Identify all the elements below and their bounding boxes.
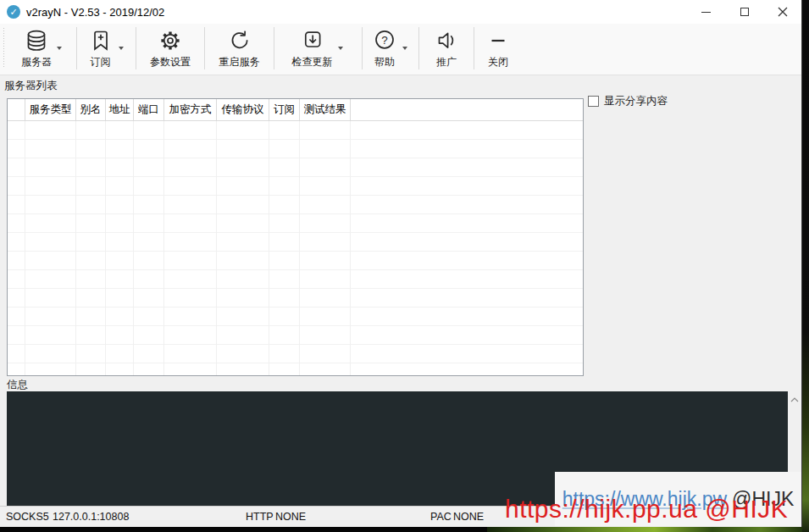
- help-icon: ?: [372, 28, 397, 53]
- column-header-transport[interactable]: 传输协议: [217, 99, 269, 120]
- scroll-up-icon: [790, 397, 799, 402]
- toolbar-promotion-label: 推广: [436, 55, 457, 69]
- server-table[interactable]: 服务类型 别名 地址 端口 加密方式 传输协议 订阅 测试结果: [7, 98, 584, 376]
- column-header-address[interactable]: 地址: [106, 99, 134, 120]
- row-selector-header[interactable]: [8, 99, 25, 120]
- subscription-icon: [88, 28, 114, 53]
- show-share-content-label: 显示分享内容: [604, 94, 668, 108]
- toolbar-restart-label: 重启服务: [219, 55, 260, 69]
- chevron-down-icon[interactable]: [57, 47, 62, 50]
- grid-line: [105, 121, 106, 375]
- close-window-button[interactable]: [763, 0, 801, 24]
- toolbar-servers-label: 服务器: [21, 55, 52, 69]
- restart-icon: [227, 28, 252, 53]
- toolbar-checkupdate-label: 检查更新: [292, 55, 333, 69]
- info-title: 信息: [7, 378, 28, 392]
- server-table-header: 服务类型 别名 地址 端口 加密方式 传输协议 订阅 测试结果: [8, 99, 583, 121]
- minimize-icon: [701, 12, 711, 13]
- promotion-icon: [434, 28, 459, 53]
- grid-line: [163, 121, 164, 375]
- http-value: NONE: [275, 511, 306, 523]
- column-header-encryption[interactable]: 加密方式: [164, 99, 217, 120]
- toolbar-checkupdate-button[interactable]: 检查更新: [274, 24, 362, 75]
- window-title: v2rayN - V2.53 - 2019/12/02: [26, 6, 164, 19]
- grid-line: [25, 121, 25, 375]
- servers-icon: [24, 28, 49, 53]
- column-header-type[interactable]: 服务类型: [25, 99, 76, 120]
- watermark-text: https://hijk.pp.ua @HIJK: [505, 495, 788, 524]
- toolbar-settings-label: 参数设置: [150, 55, 191, 69]
- maximize-icon: [740, 8, 749, 16]
- column-header-testresult[interactable]: 测试结果: [300, 99, 351, 120]
- column-header-subscription[interactable]: 订阅: [269, 99, 300, 120]
- http-label: HTTP: [246, 511, 274, 523]
- toolbar-close-label: 关闭: [488, 55, 508, 69]
- toolbar-settings-button[interactable]: 参数设置: [136, 24, 204, 75]
- grid-line: [299, 121, 300, 375]
- toolbar-subscription-button[interactable]: 订阅: [77, 24, 136, 75]
- chevron-down-icon[interactable]: [119, 47, 124, 50]
- app-logo-icon: ✓: [7, 5, 20, 19]
- socks-value: 127.0.0.1:10808: [53, 511, 129, 523]
- grid-line: [269, 121, 269, 375]
- grid-line: [75, 121, 76, 375]
- chevron-down-icon[interactable]: [338, 47, 343, 50]
- socks-label: SOCKS5: [6, 511, 49, 523]
- grid-line: [216, 121, 217, 375]
- toolbar-close-button[interactable]: 关闭: [474, 24, 522, 75]
- checkbox-icon: [588, 96, 599, 107]
- toolbar-subscription-label: 订阅: [91, 55, 111, 69]
- server-table-body[interactable]: [8, 121, 583, 375]
- toolbar-servers-button[interactable]: 服务器: [8, 24, 76, 75]
- minimize-button[interactable]: [687, 0, 725, 24]
- show-share-content-checkbox[interactable]: 显示分享内容: [588, 94, 668, 108]
- toolbar-gripper[interactable]: [3, 28, 6, 69]
- settings-icon: [158, 28, 183, 53]
- title-bar: ✓ v2rayN - V2.53 - 2019/12/02: [0, 0, 801, 24]
- pac-value: NONE: [453, 511, 484, 523]
- v2rayn-window: ✓ v2rayN - V2.53 - 2019/12/02: [0, 0, 802, 527]
- svg-text:?: ?: [381, 33, 388, 46]
- column-header-alias[interactable]: 别名: [76, 99, 106, 120]
- maximize-button[interactable]: [725, 0, 763, 24]
- grid-line: [350, 121, 351, 375]
- desktop-wallpaper-edge: [802, 0, 809, 532]
- close-icon: [778, 7, 788, 17]
- column-header-port[interactable]: 端口: [134, 99, 164, 120]
- toolbar-help-button[interactable]: ? 帮助: [363, 24, 418, 75]
- server-list-title: 服务器列表: [4, 79, 58, 93]
- chevron-down-icon[interactable]: [402, 47, 407, 50]
- update-icon: [300, 28, 325, 53]
- grid-line: [133, 121, 134, 375]
- close-dash-icon: [485, 28, 511, 53]
- toolbar-promotion-button[interactable]: 推广: [419, 24, 474, 75]
- toolbar-restart-button[interactable]: 重启服务: [205, 24, 274, 75]
- toolbar-help-label: 帮助: [374, 55, 395, 69]
- main-toolbar: 服务器 订阅: [0, 24, 801, 75]
- pac-label: PAC: [430, 511, 452, 523]
